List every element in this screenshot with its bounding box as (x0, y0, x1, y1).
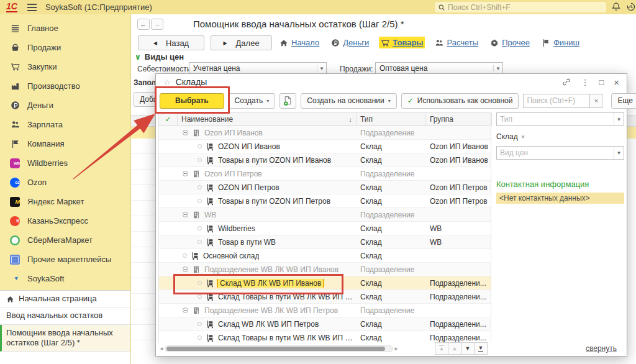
wizard-step[interactable]: Товары (379, 37, 425, 48)
chevron-down-icon[interactable]: ▾ (317, 65, 326, 71)
forward-nav-button[interactable]: → (151, 19, 163, 30)
tab-home[interactable]: Начальная страница (0, 291, 130, 307)
go-first-button[interactable]: ▲ (435, 342, 448, 355)
row-name-cell[interactable]: Товар в пути WB (178, 238, 357, 247)
sidebar-item[interactable]: ► SoykaSoft (0, 269, 130, 288)
row-name-cell[interactable]: Основной склад (178, 252, 357, 260)
tree-marker-icon[interactable] (183, 212, 188, 217)
sidebar-item[interactable]: Продажи (0, 38, 130, 57)
type-filter-field[interactable]: ▾ (496, 112, 624, 126)
tab-initial-balances[interactable]: Ввод начальных остатков (0, 307, 130, 324)
sidebar-item[interactable]: Закупки (0, 57, 130, 76)
table-row[interactable]: Склад WB ЛК WB ИП Петров Склад Подраздел… (159, 317, 491, 331)
tree-marker-icon[interactable] (198, 322, 202, 326)
table-row[interactable]: Склад Товары в пути WB ЛК WB ИП Петров С… (159, 331, 491, 342)
sidebar-item[interactable]: Прочие маркетплейсы (0, 250, 130, 269)
wizard-back-button[interactable]: ◀ Назад (138, 35, 204, 50)
tree-marker-icon[interactable] (183, 266, 188, 272)
table-row[interactable]: Подразделение WB ЛК WB ИП Петров Подразд… (159, 304, 491, 317)
go-next-button[interactable]: ▼ (461, 342, 475, 355)
sidebar-item[interactable]: K КазаньЭкспресс (0, 211, 130, 230)
chevron-down-icon[interactable]: ▾ (614, 147, 624, 159)
tree-marker-icon[interactable] (183, 130, 188, 135)
scrollbar-track[interactable] (165, 345, 393, 352)
row-name-cell[interactable]: OZON ИП Петров (178, 183, 357, 192)
scrollbar-thumb[interactable] (166, 347, 385, 351)
table-row[interactable]: Товары в пути OZON ИП Петров Склад Ozon … (159, 194, 491, 208)
wizard-step[interactable]: Прочее (488, 37, 532, 48)
maximize-icon[interactable]: □ (599, 78, 604, 86)
table-row[interactable]: Основной склад Склад (159, 249, 491, 263)
row-name-cell[interactable]: Подразделение WB ЛК WB ИП Петров (178, 306, 357, 315)
row-name-cell[interactable]: Склад Товары в пути WB ЛК WB ИП Иванов (178, 293, 357, 301)
go-last-button[interactable]: ▼ (474, 342, 488, 355)
price-kind-input[interactable] (497, 148, 614, 157)
history-icon[interactable] (626, 2, 636, 12)
tree-marker-icon[interactable] (183, 253, 187, 258)
tree-marker-icon[interactable] (198, 199, 202, 203)
cost-price-combo[interactable]: Учетная цена ▾ (189, 62, 327, 75)
tab-balances-wizard-active[interactable]: Помощник ввода начальных остатков (Шаг 2… (0, 325, 130, 352)
sidebar-item[interactable]: Зарплата (0, 115, 130, 134)
table-row[interactable]: Ozon ИП Петров Подразделение (159, 167, 491, 181)
row-name-cell[interactable]: Ozon ИП Петров (178, 170, 357, 178)
tree-marker-icon[interactable] (198, 294, 202, 299)
table-row[interactable]: Wildberries Склад WB (159, 222, 491, 235)
sidebar-item[interactable]: Производство (0, 76, 130, 96)
wizard-step[interactable]: Деньги (329, 37, 371, 48)
row-name-cell[interactable]: Склад WB ЛК WB ИП Петров (178, 320, 357, 329)
notifications-bell-icon[interactable] (611, 2, 621, 12)
tree-marker-icon[interactable] (198, 144, 202, 148)
table-row[interactable]: OZON ИП Иванов Склад Ozon ИП Иванов (159, 140, 491, 153)
row-name-cell[interactable]: WB (178, 211, 357, 219)
sidebar-item[interactable]: СберМегаМаркет (0, 230, 130, 250)
tree-marker-icon[interactable] (198, 335, 202, 340)
select-button[interactable]: Выбрать (160, 93, 224, 109)
dialog-search-input[interactable] (523, 94, 590, 108)
tree-marker-icon[interactable] (198, 185, 202, 189)
wizard-step[interactable]: Начало (278, 37, 321, 48)
type-filter-input[interactable] (497, 115, 614, 124)
row-name-cell[interactable]: Склад WB ЛК WB ИП Иванов (178, 279, 357, 288)
sidebar-item[interactable]: M Яндекс Маркет (0, 192, 130, 211)
table-row[interactable]: Ozon ИП Иванов Подразделение (159, 126, 491, 140)
row-name-cell[interactable]: Товары в пути OZON ИП Иванов (178, 156, 357, 165)
header-check-icon[interactable]: ✓ (159, 113, 178, 125)
scroll-left-arrow[interactable]: ◄ (158, 346, 165, 352)
header-type[interactable]: Тип (357, 113, 426, 125)
sidebar-item[interactable]: oz Ozon (0, 173, 130, 192)
create-by-copy-button[interactable] (279, 93, 296, 109)
row-name-cell[interactable]: Товары в пути OZON ИП Петров (178, 197, 357, 206)
close-icon[interactable]: × (614, 78, 619, 87)
header-group[interactable]: Группа (426, 113, 492, 125)
wizard-step[interactable]: Финиш (540, 37, 581, 48)
remove-tag-icon[interactable]: × (521, 133, 525, 140)
clear-search-button[interactable]: × (590, 94, 602, 108)
row-name-cell[interactable]: OZON ИП Иванов (178, 142, 357, 151)
tree-marker-icon[interactable] (198, 240, 202, 244)
sidebar-item[interactable]: Главное (0, 19, 130, 38)
more-menu-icon[interactable]: ⋮ (581, 78, 589, 86)
row-name-cell[interactable]: Подразделение WB ЛК WB ИП Иванов (178, 265, 357, 274)
table-row[interactable]: Склад Товары в пути WB ЛК WB ИП Иванов С… (159, 290, 491, 304)
get-link-icon[interactable] (562, 78, 571, 86)
row-name-cell[interactable]: Ozon ИП Иванов (178, 129, 357, 137)
table-row[interactable]: Товар в пути WB Склад WB (159, 235, 491, 249)
sidebar-item[interactable]: WB Wildberries (0, 153, 130, 173)
more-button[interactable]: Еще▾ (611, 93, 636, 109)
use-as-main-button[interactable]: ✓ Использовать как основной (401, 93, 519, 109)
global-search-input[interactable] (448, 3, 603, 12)
global-search[interactable] (435, 2, 606, 12)
row-name-cell[interactable]: Wildberries (178, 224, 357, 233)
sidebar-item[interactable]: Компания (0, 134, 130, 153)
scroll-right-arrow[interactable]: ► (393, 346, 399, 352)
sales-price-combo[interactable]: Оптовая цена ▾ (375, 62, 503, 75)
collapse-chevron-icon[interactable]: ∨ (135, 53, 141, 61)
sort-desc-icon[interactable]: ↓ (349, 116, 353, 123)
tree-marker-icon[interactable] (198, 158, 202, 162)
row-name-cell[interactable]: Склад Товары в пути WB ЛК WB ИП Петров (178, 334, 357, 342)
table-row[interactable]: Товары в пути OZON ИП Иванов Склад Ozon … (159, 153, 491, 167)
hamburger-menu-icon[interactable] (27, 7, 37, 8)
create-button[interactable]: Создать▾ (229, 93, 276, 109)
collapse-link[interactable]: свернуть (586, 344, 617, 353)
